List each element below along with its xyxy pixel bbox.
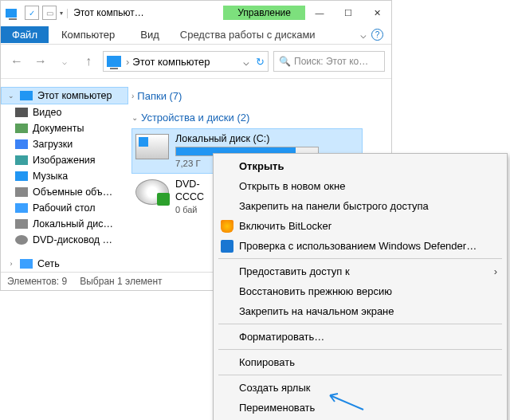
network-icon (20, 259, 33, 269)
ctx-pin-start[interactable]: Закрепить на начальном экране (215, 301, 505, 321)
submenu-arrow-icon: › (494, 265, 497, 277)
sidebar-item-desktop[interactable]: Рабочий стол (1, 200, 128, 216)
titlebar: ✓ ▭ ▾ | Этот компьют… Управление ― ☐ ✕ (1, 1, 391, 25)
defender-icon (221, 240, 233, 253)
sidebar-item-3dobjects[interactable]: Объемные объ… (1, 184, 128, 200)
nav-recent-dropdown[interactable]: ⌵ (55, 52, 74, 71)
sidebar-item-thispc[interactable]: ⌄ Этот компьютер (1, 87, 128, 104)
drive-icon (15, 219, 28, 229)
sidebar-label: Музыка (33, 171, 68, 182)
contextual-tab-manage[interactable]: Управление (223, 6, 305, 20)
sidebar-label: Объемные объ… (33, 186, 112, 198)
ctx-open[interactable]: Открыть (215, 156, 505, 176)
tab-disktools[interactable]: Средства работы с дисками (172, 26, 324, 43)
ctx-share[interactable]: Предоставить доступ к› (215, 261, 505, 281)
address-bar[interactable]: › Этот компьютер ⌵ ↻ (103, 51, 269, 72)
sidebar-item-music[interactable]: Музыка (1, 168, 128, 184)
close-button[interactable]: ✕ (363, 2, 391, 24)
ctx-create-shortcut[interactable]: Создать ярлык (215, 378, 505, 398)
maximize-button[interactable]: ☐ (334, 2, 363, 24)
shield-icon (221, 220, 233, 233)
music-icon (15, 171, 28, 181)
ctx-bitlocker[interactable]: Включить BitLocker (215, 216, 505, 236)
ctx-defender-scan[interactable]: Проверка с использованием Windows Defend… (215, 236, 505, 256)
dvd-icon (135, 179, 169, 205)
status-selection: Выбран 1 элемент (80, 276, 162, 287)
chevron-down-icon: ⌄ (131, 113, 138, 122)
download-icon (15, 139, 28, 149)
nav-up-button[interactable]: ↑ (79, 52, 98, 71)
picture-icon (15, 155, 28, 165)
status-item-count: Элементов: 9 (7, 276, 67, 287)
drive-title: Локальный диск (C:) (175, 132, 359, 145)
separator (218, 349, 502, 350)
address-location[interactable]: Этот компьютер (132, 56, 210, 68)
ctx-rename[interactable]: Переименовать (215, 398, 505, 418)
help-icon[interactable]: ? (371, 29, 383, 41)
sidebar-item-localdisk[interactable]: Локальный дис… (1, 216, 128, 232)
qat-checkbox[interactable]: ✓ (25, 6, 39, 20)
dvd-icon (15, 235, 28, 245)
ribbon-expand-icon[interactable]: ⌵ (360, 29, 367, 41)
expand-icon[interactable]: ⌄ (7, 92, 15, 100)
sidebar-item-pictures[interactable]: Изображения (1, 152, 128, 168)
ctx-format[interactable]: Форматировать… (215, 327, 505, 347)
separator (218, 258, 502, 259)
video-icon (15, 108, 28, 117)
tab-computer[interactable]: Компьютер (49, 26, 128, 43)
sidebar-label: Сеть (37, 258, 60, 269)
sidebar-label: Документы (33, 123, 84, 134)
sidebar-label: Локальный дис… (33, 218, 113, 230)
desktop-icon (15, 203, 28, 213)
nav-back-button[interactable]: ← (7, 52, 26, 71)
pc-icon (20, 91, 33, 100)
drive-icon (135, 134, 169, 159)
chevron-right-icon: › (131, 92, 134, 100)
sidebar-item-network[interactable]: › Сеть (1, 256, 128, 272)
sidebar-label: Рабочий стол (33, 202, 95, 214)
expand-icon[interactable]: › (7, 260, 15, 268)
minimize-button[interactable]: ― (305, 2, 334, 24)
sidebar-item-dvd[interactable]: DVD-дисковод … (1, 232, 128, 248)
separator (218, 375, 502, 375)
ribbon-tabs: Файл Компьютер Вид Средства работы с дис… (1, 25, 391, 45)
qat-item[interactable]: ▭ (42, 6, 57, 20)
objects-icon (15, 187, 28, 197)
nav-forward-button[interactable]: → (31, 52, 50, 71)
tab-file[interactable]: Файл (1, 26, 49, 43)
separator (218, 324, 502, 324)
window-title: Этот компьют… (69, 7, 223, 18)
breadcrumb-chevron-icon: › (126, 56, 129, 68)
sidebar-item-videos[interactable]: Видео (1, 104, 128, 120)
refresh-icon[interactable]: ↻ (256, 56, 265, 68)
sidebar-label: Изображения (33, 155, 96, 166)
search-icon: 🔍 (279, 56, 291, 67)
group-folders[interactable]: › Папки (7) (131, 85, 388, 107)
sidebar-item-documents[interactable]: Документы (1, 120, 128, 136)
tab-view[interactable]: Вид (128, 26, 172, 43)
context-menu: Открыть Открыть в новом окне Закрепить н… (213, 153, 508, 420)
ctx-copy[interactable]: Копировать (215, 352, 505, 372)
navigation-bar: ← → ⌵ ↑ › Этот компьютер ⌵ ↻ 🔍 Поиск: Эт… (1, 45, 391, 79)
app-icon (6, 9, 17, 18)
search-input[interactable]: 🔍 Поиск: Этот ко… (273, 51, 385, 72)
navigation-pane: ⌄ Этот компьютер Видео Документы Загрузк… (1, 79, 128, 272)
group-label: Папки (7) (137, 90, 182, 102)
ctx-pin-quickaccess[interactable]: Закрепить на панели быстрого доступа (215, 196, 505, 216)
pc-icon (107, 56, 121, 67)
ctx-open-new-window[interactable]: Открыть в новом окне (215, 176, 505, 196)
document-icon (15, 124, 28, 133)
ctx-restore-version[interactable]: Восстановить прежнюю версию (215, 281, 505, 301)
sidebar-item-downloads[interactable]: Загрузки (1, 136, 128, 152)
sidebar-label: Видео (33, 107, 62, 118)
sidebar-label: DVD-дисковод … (33, 234, 112, 245)
sidebar-label: Этот компьютер (37, 90, 112, 101)
group-devices[interactable]: ⌄ Устройства и диски (2) (131, 107, 388, 128)
search-placeholder: Поиск: Этот ко… (294, 56, 368, 67)
sidebar-label: Загрузки (33, 139, 73, 150)
group-label: Устройства и диски (2) (141, 112, 249, 124)
qat-dropdown-icon[interactable]: ▾ (60, 10, 63, 17)
address-dropdown-icon[interactable]: ⌵ (243, 56, 249, 68)
